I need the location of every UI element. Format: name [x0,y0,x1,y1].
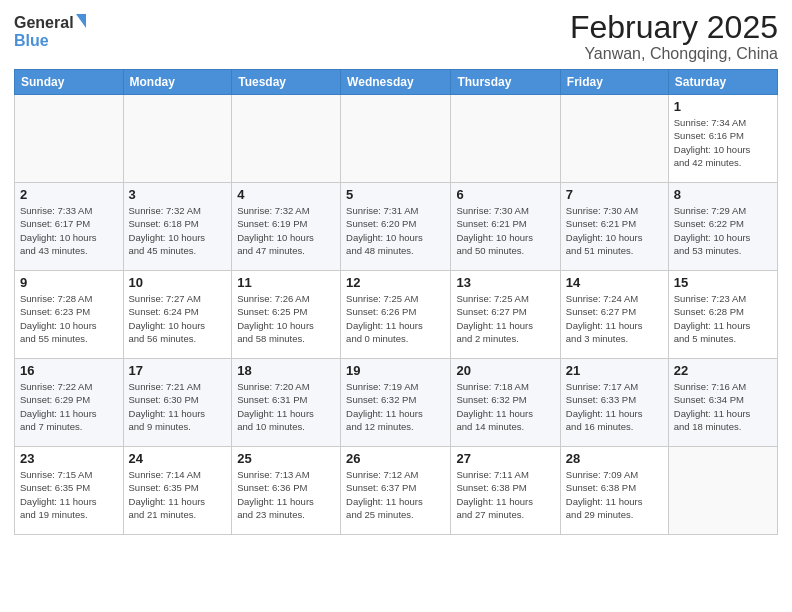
day-number: 26 [346,451,445,466]
day-number: 4 [237,187,335,202]
day-number: 28 [566,451,663,466]
table-cell: 12Sunrise: 7:25 AM Sunset: 6:26 PM Dayli… [341,271,451,359]
day-info: Sunrise: 7:25 AM Sunset: 6:27 PM Dayligh… [456,292,554,345]
table-cell: 14Sunrise: 7:24 AM Sunset: 6:27 PM Dayli… [560,271,668,359]
day-info: Sunrise: 7:30 AM Sunset: 6:21 PM Dayligh… [456,204,554,257]
day-number: 11 [237,275,335,290]
header-tuesday: Tuesday [232,70,341,95]
day-number: 5 [346,187,445,202]
day-number: 27 [456,451,554,466]
day-info: Sunrise: 7:26 AM Sunset: 6:25 PM Dayligh… [237,292,335,345]
day-info: Sunrise: 7:21 AM Sunset: 6:30 PM Dayligh… [129,380,227,433]
table-cell: 20Sunrise: 7:18 AM Sunset: 6:32 PM Dayli… [451,359,560,447]
day-info: Sunrise: 7:32 AM Sunset: 6:18 PM Dayligh… [129,204,227,257]
table-cell: 13Sunrise: 7:25 AM Sunset: 6:27 PM Dayli… [451,271,560,359]
day-info: Sunrise: 7:13 AM Sunset: 6:36 PM Dayligh… [237,468,335,521]
day-info: Sunrise: 7:11 AM Sunset: 6:38 PM Dayligh… [456,468,554,521]
logo: GeneralBlue [14,10,94,50]
calendar-grid: Sunday Monday Tuesday Wednesday Thursday… [14,69,778,535]
svg-marker-2 [76,14,86,28]
table-cell [451,95,560,183]
table-cell: 22Sunrise: 7:16 AM Sunset: 6:34 PM Dayli… [668,359,777,447]
svg-text:Blue: Blue [14,32,49,49]
week-row-1: 2Sunrise: 7:33 AM Sunset: 6:17 PM Daylig… [15,183,778,271]
table-cell: 6Sunrise: 7:30 AM Sunset: 6:21 PM Daylig… [451,183,560,271]
day-info: Sunrise: 7:24 AM Sunset: 6:27 PM Dayligh… [566,292,663,345]
table-cell: 9Sunrise: 7:28 AM Sunset: 6:23 PM Daylig… [15,271,124,359]
day-number: 20 [456,363,554,378]
table-cell: 28Sunrise: 7:09 AM Sunset: 6:38 PM Dayli… [560,447,668,535]
day-info: Sunrise: 7:22 AM Sunset: 6:29 PM Dayligh… [20,380,118,433]
day-info: Sunrise: 7:20 AM Sunset: 6:31 PM Dayligh… [237,380,335,433]
header-section: GeneralBlue February 2025 Yanwan, Chongq… [14,10,778,63]
weekday-header-row: Sunday Monday Tuesday Wednesday Thursday… [15,70,778,95]
day-info: Sunrise: 7:34 AM Sunset: 6:16 PM Dayligh… [674,116,772,169]
table-cell [560,95,668,183]
week-row-2: 9Sunrise: 7:28 AM Sunset: 6:23 PM Daylig… [15,271,778,359]
day-info: Sunrise: 7:31 AM Sunset: 6:20 PM Dayligh… [346,204,445,257]
day-info: Sunrise: 7:19 AM Sunset: 6:32 PM Dayligh… [346,380,445,433]
header-friday: Friday [560,70,668,95]
day-info: Sunrise: 7:29 AM Sunset: 6:22 PM Dayligh… [674,204,772,257]
table-cell: 16Sunrise: 7:22 AM Sunset: 6:29 PM Dayli… [15,359,124,447]
day-number: 1 [674,99,772,114]
day-info: Sunrise: 7:16 AM Sunset: 6:34 PM Dayligh… [674,380,772,433]
table-cell [232,95,341,183]
day-number: 15 [674,275,772,290]
day-info: Sunrise: 7:28 AM Sunset: 6:23 PM Dayligh… [20,292,118,345]
day-number: 6 [456,187,554,202]
table-cell [123,95,232,183]
day-info: Sunrise: 7:25 AM Sunset: 6:26 PM Dayligh… [346,292,445,345]
table-cell: 26Sunrise: 7:12 AM Sunset: 6:37 PM Dayli… [341,447,451,535]
day-number: 16 [20,363,118,378]
logo-icon: GeneralBlue [14,10,94,50]
header-wednesday: Wednesday [341,70,451,95]
day-info: Sunrise: 7:23 AM Sunset: 6:28 PM Dayligh… [674,292,772,345]
table-cell: 25Sunrise: 7:13 AM Sunset: 6:36 PM Dayli… [232,447,341,535]
title-section: February 2025 Yanwan, Chongqing, China [570,10,778,63]
header-monday: Monday [123,70,232,95]
table-cell: 24Sunrise: 7:14 AM Sunset: 6:35 PM Dayli… [123,447,232,535]
day-number: 9 [20,275,118,290]
week-row-3: 16Sunrise: 7:22 AM Sunset: 6:29 PM Dayli… [15,359,778,447]
svg-text:General: General [14,14,74,31]
day-number: 10 [129,275,227,290]
table-cell: 17Sunrise: 7:21 AM Sunset: 6:30 PM Dayli… [123,359,232,447]
table-cell [15,95,124,183]
day-number: 12 [346,275,445,290]
day-number: 8 [674,187,772,202]
table-cell: 2Sunrise: 7:33 AM Sunset: 6:17 PM Daylig… [15,183,124,271]
day-number: 2 [20,187,118,202]
table-cell: 5Sunrise: 7:31 AM Sunset: 6:20 PM Daylig… [341,183,451,271]
day-info: Sunrise: 7:09 AM Sunset: 6:38 PM Dayligh… [566,468,663,521]
table-cell: 23Sunrise: 7:15 AM Sunset: 6:35 PM Dayli… [15,447,124,535]
table-cell [341,95,451,183]
table-cell: 8Sunrise: 7:29 AM Sunset: 6:22 PM Daylig… [668,183,777,271]
day-number: 18 [237,363,335,378]
table-cell: 3Sunrise: 7:32 AM Sunset: 6:18 PM Daylig… [123,183,232,271]
day-info: Sunrise: 7:12 AM Sunset: 6:37 PM Dayligh… [346,468,445,521]
day-number: 22 [674,363,772,378]
week-row-0: 1Sunrise: 7:34 AM Sunset: 6:16 PM Daylig… [15,95,778,183]
day-info: Sunrise: 7:17 AM Sunset: 6:33 PM Dayligh… [566,380,663,433]
day-number: 14 [566,275,663,290]
table-cell: 10Sunrise: 7:27 AM Sunset: 6:24 PM Dayli… [123,271,232,359]
day-info: Sunrise: 7:18 AM Sunset: 6:32 PM Dayligh… [456,380,554,433]
day-info: Sunrise: 7:33 AM Sunset: 6:17 PM Dayligh… [20,204,118,257]
day-number: 23 [20,451,118,466]
week-row-4: 23Sunrise: 7:15 AM Sunset: 6:35 PM Dayli… [15,447,778,535]
location-title: Yanwan, Chongqing, China [570,45,778,63]
day-info: Sunrise: 7:27 AM Sunset: 6:24 PM Dayligh… [129,292,227,345]
day-info: Sunrise: 7:15 AM Sunset: 6:35 PM Dayligh… [20,468,118,521]
day-info: Sunrise: 7:30 AM Sunset: 6:21 PM Dayligh… [566,204,663,257]
calendar-container: GeneralBlue February 2025 Yanwan, Chongq… [0,0,792,545]
day-number: 13 [456,275,554,290]
table-cell: 19Sunrise: 7:19 AM Sunset: 6:32 PM Dayli… [341,359,451,447]
day-number: 24 [129,451,227,466]
table-cell: 18Sunrise: 7:20 AM Sunset: 6:31 PM Dayli… [232,359,341,447]
day-info: Sunrise: 7:32 AM Sunset: 6:19 PM Dayligh… [237,204,335,257]
header-thursday: Thursday [451,70,560,95]
day-number: 25 [237,451,335,466]
month-title: February 2025 [570,10,778,45]
day-number: 3 [129,187,227,202]
